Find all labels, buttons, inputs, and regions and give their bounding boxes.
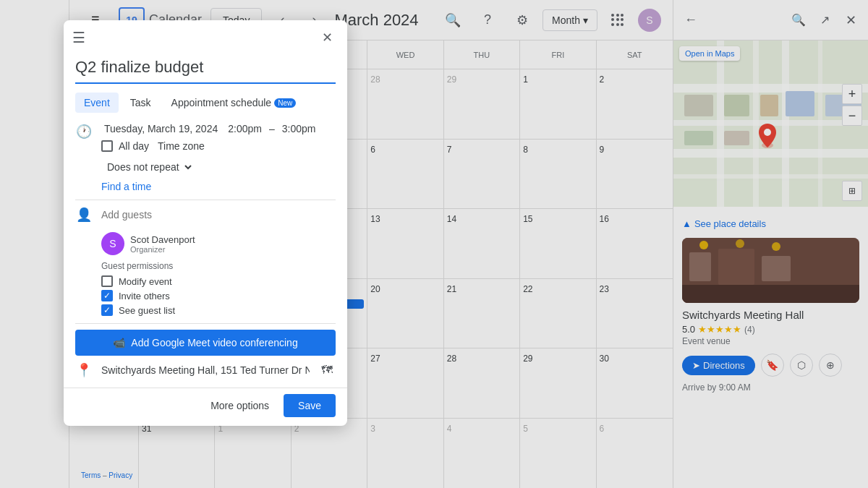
checkmark-icon: ✓: [103, 306, 111, 314]
divider-1: [75, 200, 336, 200]
find-time-row: Find a time: [75, 181, 336, 192]
end-time-button[interactable]: 3:00pm: [279, 121, 319, 136]
event-title-input[interactable]: [75, 55, 336, 84]
event-tabs: Event Task Appointment schedule New: [75, 93, 336, 113]
add-guests-input[interactable]: [101, 209, 336, 221]
modal-header: ☰ ✕: [64, 20, 347, 55]
tab-appointment-label: Appointment schedule: [171, 97, 272, 108]
repeat-row: Does not repeat: [75, 159, 336, 175]
gmeet-label: Add Google Meet video conferencing: [131, 337, 297, 348]
datetime-content: Tuesday, March 19, 2024 2:00pm – 3:00pm …: [101, 121, 318, 153]
permissions-label: Guest permissions: [101, 261, 336, 271]
see-guest-list-checkbox[interactable]: ✓: [101, 304, 113, 316]
modal-body: Event Task Appointment schedule New 🕐 Tu…: [64, 55, 347, 388]
modal-menu-icon[interactable]: ☰: [72, 29, 85, 46]
modal-header-left: ☰: [72, 29, 85, 46]
datetime-row: 🕐 Tuesday, March 19, 2024 2:00pm – 3:00p…: [75, 121, 336, 153]
invite-others-checkbox[interactable]: ✓: [101, 290, 113, 301]
checkmark-icon: ✓: [103, 291, 111, 300]
add-guests-row: 👤: [75, 206, 336, 223]
guest-name: Scot Davenport: [130, 234, 195, 245]
tab-task[interactable]: Task: [122, 93, 160, 113]
modify-event-checkbox[interactable]: [101, 275, 113, 287]
guest-info: Scot Davenport Organizer: [130, 234, 195, 254]
modal-close-button[interactable]: ✕: [315, 26, 339, 49]
find-time-link[interactable]: Find a time: [101, 181, 151, 192]
divider-2: [75, 323, 336, 324]
all-day-checkbox[interactable]: [101, 140, 113, 152]
perm-modify-row: Modify event: [101, 274, 336, 288]
all-day-label: All day: [119, 140, 149, 152]
modal-footer: More options Save: [64, 388, 347, 426]
datetime-fields: Tuesday, March 19, 2024 2:00pm – 3:00pm: [101, 121, 318, 136]
location-input[interactable]: [101, 364, 310, 376]
more-options-button[interactable]: More options: [202, 394, 278, 417]
see-guest-list-label: See guest list: [119, 305, 175, 316]
event-modal: ☰ ✕ Event Task Appointment schedule New …: [64, 20, 347, 426]
person-add-icon: 👤: [75, 206, 93, 223]
time-dash: –: [269, 123, 275, 134]
save-button[interactable]: Save: [284, 394, 336, 417]
new-badge: New: [274, 98, 296, 108]
start-time-button[interactable]: 2:00pm: [225, 121, 265, 136]
perm-see-guests-row: ✓ See guest list: [101, 303, 336, 317]
allday-row: All day Time zone: [101, 139, 318, 153]
perm-invite-row: ✓ Invite others: [101, 288, 336, 303]
guest-item: S Scot Davenport Organizer: [75, 229, 336, 258]
tab-event[interactable]: Event: [75, 93, 119, 113]
location-map-button[interactable]: 🗺: [318, 361, 336, 379]
timezone-button[interactable]: Time zone: [155, 139, 208, 153]
clock-icon: 🕐: [75, 123, 93, 140]
date-button[interactable]: Tuesday, March 19, 2024: [101, 121, 221, 136]
guest-role: Organizer: [130, 245, 195, 254]
repeat-select[interactable]: Does not repeat: [101, 159, 194, 175]
guest-permissions: Guest permissions Modify event ✓ Invite …: [75, 261, 336, 317]
location-row: 📍 🗺: [75, 361, 336, 382]
invite-others-label: Invite others: [119, 291, 170, 301]
guest-avatar: S: [101, 232, 124, 255]
video-icon: 📹: [113, 337, 125, 348]
google-meet-button[interactable]: 📹 Add Google Meet video conferencing: [75, 330, 336, 356]
modal-overlay: ☰ ✕ Event Task Appointment schedule New …: [0, 0, 868, 488]
modify-event-label: Modify event: [119, 276, 172, 287]
location-icon: 📍: [75, 361, 93, 379]
tab-appointment[interactable]: Appointment schedule New: [163, 93, 305, 113]
